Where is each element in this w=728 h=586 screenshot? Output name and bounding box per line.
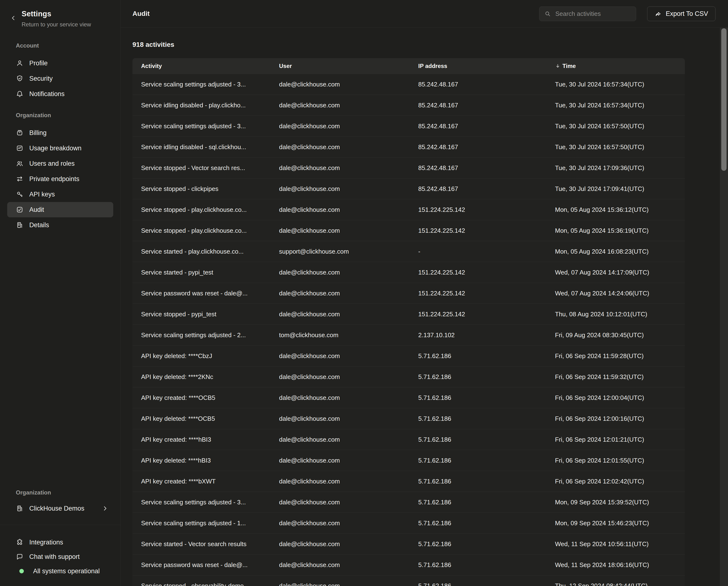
user-cell: dale@clickhouse.com: [270, 143, 410, 151]
table-row: API key created: ****hBI3dale@clickhouse…: [132, 429, 685, 450]
ip-address-cell: 85.242.48.167: [410, 81, 546, 88]
ip-address-cell: 85.242.48.167: [410, 102, 546, 109]
sidebar-item-label: Chat with support: [29, 553, 80, 561]
activity-cell: Service scaling settings adjusted - 3...: [132, 122, 270, 130]
sidebar-item-chat-with-support[interactable]: Chat with support: [7, 550, 113, 564]
chevron-left-icon[interactable]: [9, 15, 17, 22]
sidebar-item-clickhouse-demos[interactable]: ClickHouse Demos: [7, 501, 113, 516]
sidebar-item-label: API keys: [29, 191, 55, 198]
time-cell: Tue, 30 Jul 2024 17:09:36(UTC): [546, 164, 685, 172]
time-cell: Thu, 12 Sep 2024 08:42:44(UTC): [546, 582, 685, 586]
column-header-ip-address[interactable]: IP address: [410, 63, 546, 69]
sidebar-item-api-keys[interactable]: API keys: [7, 187, 113, 202]
ip-address-cell: 5.71.62.186: [410, 540, 546, 548]
column-header-label: Time: [563, 63, 576, 69]
column-header-activity[interactable]: Activity: [132, 63, 270, 69]
time-cell: Wed, 07 Aug 2024 14:17:09(UTC): [546, 269, 685, 276]
status-dot-icon: [18, 567, 25, 575]
time-cell: Wed, 11 Sep 2024 18:06:16(UTC): [546, 561, 685, 569]
time-cell: Fri, 06 Sep 2024 12:02:42(UTC): [546, 478, 685, 485]
export-to-csv-button[interactable]: Export To CSV: [647, 6, 716, 21]
building-icon: [16, 221, 24, 229]
table-body: Service scaling settings adjusted - 3...…: [132, 74, 685, 586]
settings-sidebar: Settings Return to your service view Acc…: [0, 0, 121, 586]
user-cell: dale@clickhouse.com: [270, 185, 410, 193]
vertical-scrollbar-track[interactable]: [720, 28, 728, 586]
time-cell: Fri, 06 Sep 2024 12:00:16(UTC): [546, 415, 685, 422]
ip-address-cell: 2.137.10.102: [410, 332, 546, 339]
search-icon: [544, 10, 551, 17]
sidebar-item-profile[interactable]: Profile: [7, 55, 113, 71]
sidebar-item-all-systems-operational[interactable]: All systems operational: [7, 564, 113, 578]
ip-address-cell: 5.71.62.186: [410, 373, 546, 381]
sidebar-item-security[interactable]: Security: [7, 71, 113, 86]
table-row: Service password was reset - dale@...dal…: [132, 283, 685, 303]
search-input[interactable]: [555, 10, 631, 18]
activity-cell: API key deleted: ****CbzJ: [132, 352, 270, 360]
sidebar-item-label: Details: [29, 221, 49, 229]
activity-cell: Service idling disabled - sql.clickhou..…: [132, 143, 270, 151]
time-cell: Mon, 09 Sep 2024 15:39:52(UTC): [546, 498, 685, 506]
sidebar-item-label: Profile: [29, 59, 48, 67]
user-cell: dale@clickhouse.com: [270, 227, 410, 235]
sidebar-item-notifications[interactable]: Notifications: [7, 86, 113, 102]
user-cell: dale@clickhouse.com: [270, 373, 410, 381]
ip-address-cell: 151.224.225.142: [410, 290, 546, 297]
activity-cell: Service started - play.clickhouse.co...: [132, 248, 270, 255]
sidebar-item-private-endpoints[interactable]: Private endpoints: [7, 171, 113, 187]
sidebar-item-audit[interactable]: Audit: [7, 202, 113, 217]
sidebar-item-label: Private endpoints: [29, 175, 79, 183]
sidebar-item-usage-breakdown[interactable]: Usage breakdown: [7, 141, 113, 156]
chat-bubble-icon: [16, 553, 24, 561]
column-header-time[interactable]: Time: [546, 63, 685, 69]
table-row: Service started - play.clickhouse.co...s…: [132, 241, 685, 262]
user-cell: dale@clickhouse.com: [270, 436, 410, 443]
activity-cell: API key created: ****OCB5: [132, 394, 270, 401]
user-cell: dale@clickhouse.com: [270, 394, 410, 401]
table-row: Service stopped - pypi_testdale@clickhou…: [132, 303, 685, 324]
table-row: Service scaling settings adjusted - 3...…: [132, 116, 685, 137]
ip-address-cell: 5.71.62.186: [410, 415, 546, 422]
time-cell: Tue, 30 Jul 2024 16:57:50(UTC): [546, 143, 685, 151]
sidebar-item-label: Audit: [29, 206, 44, 214]
activity-cell: Service stopped - play.clickhouse.co...: [132, 227, 270, 235]
activities-table: ActivityUserIP addressTime Service scali…: [132, 58, 685, 586]
table-row: Service stopped - Vector search res...da…: [132, 157, 685, 178]
table-row: Service idling disabled - play.clickho..…: [132, 95, 685, 116]
user-cell: dale@clickhouse.com: [270, 81, 410, 88]
sidebar-item-billing[interactable]: Billing: [7, 125, 113, 141]
ip-address-cell: 5.71.62.186: [410, 436, 546, 443]
search-box[interactable]: [539, 6, 636, 21]
ip-address-cell: 85.242.48.167: [410, 122, 546, 130]
sidebar-item-users-and-roles[interactable]: Users and roles: [7, 156, 113, 171]
ip-address-cell: 85.242.48.167: [410, 143, 546, 151]
time-cell: Wed, 07 Aug 2024 14:24:06(UTC): [546, 290, 685, 297]
table-row: Service scaling settings adjusted - 3...…: [132, 74, 685, 95]
api-key-icon: [16, 191, 24, 198]
time-cell: Tue, 30 Jul 2024 17:09:41(UTC): [546, 185, 685, 193]
user-cell: dale@clickhouse.com: [270, 561, 410, 569]
time-cell: Wed, 11 Sep 2024 10:56:11(UTC): [546, 540, 685, 548]
activity-cell: Service scaling settings adjusted - 3...: [132, 81, 270, 88]
column-header-user[interactable]: User: [270, 63, 410, 69]
bell-icon: [16, 90, 24, 98]
sidebar-item-label: Usage breakdown: [29, 145, 82, 152]
sidebar-item-details[interactable]: Details: [7, 217, 113, 233]
time-cell: Mon, 05 Aug 2024 16:08:23(UTC): [546, 248, 685, 255]
sidebar-item-label: Users and roles: [29, 160, 75, 167]
table-row: API key deleted: ****CbzJdale@clickhouse…: [132, 345, 685, 366]
user-cell: dale@clickhouse.com: [270, 478, 410, 485]
user-cell: dale@clickhouse.com: [270, 498, 410, 506]
ip-address-cell: 5.71.62.186: [410, 498, 546, 506]
activity-cell: Service stopped - play.clickhouse.co...: [132, 206, 270, 214]
users-icon: [16, 160, 24, 167]
ip-address-cell: 5.71.62.186: [410, 457, 546, 464]
sidebar-item-integrations[interactable]: Integrations: [7, 535, 113, 550]
return-to-service-link[interactable]: Return to your service view: [22, 21, 113, 28]
ip-address-cell: 5.71.62.186: [410, 478, 546, 485]
vertical-scrollbar-thumb[interactable]: [721, 28, 727, 171]
ip-address-cell: 85.242.48.167: [410, 185, 546, 193]
activity-cell: Service idling disabled - play.clickho..…: [132, 102, 270, 109]
time-cell: Fri, 06 Sep 2024 11:59:32(UTC): [546, 373, 685, 381]
section-label-account: Account: [16, 42, 121, 49]
